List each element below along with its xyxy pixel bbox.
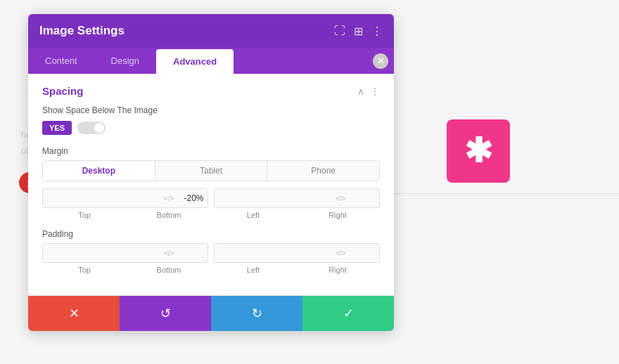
padding-top-code-icon[interactable]: </> — [160, 244, 178, 262]
device-tab-tablet[interactable]: Tablet — [155, 161, 268, 181]
cancel-icon: ✕ — [69, 306, 79, 321]
yes-toggle-button[interactable]: YES — [42, 121, 72, 135]
margin-bottom-input[interactable] — [178, 189, 208, 207]
padding-right-input[interactable] — [350, 244, 380, 262]
padding-top-label: Top — [42, 266, 127, 274]
image-settings-modal: Image Settings ⛶ ⊞ ⋮ Content Design Adva… — [28, 14, 394, 331]
margin-top-input[interactable] — [43, 189, 160, 207]
undo-icon: ↺ — [160, 306, 171, 321]
section-header-icons: ∧ ⋮ — [357, 86, 380, 97]
pink-asterisk-box: ✱ — [447, 119, 510, 183]
padding-left-input[interactable] — [215, 244, 331, 262]
tab-design[interactable]: Design — [94, 48, 156, 73]
margin-left-right-labels: Left Right — [211, 211, 380, 219]
padding-top-bottom-pair: </> </> — [42, 243, 208, 263]
margin-top-bottom-labels: Top Bottom — [42, 211, 211, 219]
toggle-row: YES — [42, 121, 380, 135]
margin-left-code-icon[interactable]: </> — [331, 189, 350, 207]
chevron-up-icon[interactable]: ∧ — [357, 86, 364, 97]
margin-left-input[interactable] — [215, 189, 331, 207]
device-tabs: Desktop Tablet Phone — [42, 160, 380, 181]
padding-label: Padding — [42, 229, 380, 239]
margin-top-code-icon[interactable]: </> — [160, 189, 178, 207]
section-title: Spacing — [42, 85, 83, 97]
cancel-button[interactable]: ✕ — [28, 296, 120, 331]
page-wrapper: here. ollicit ✱ 1 2 Image Settings ⛶ ⊞ ⋮… — [0, 0, 619, 364]
top-label: Top — [42, 211, 127, 219]
margin-label-row: Margin — [42, 146, 380, 156]
fullscreen-icon[interactable]: ⛶ — [334, 25, 345, 37]
padding-top-input[interactable] — [43, 244, 160, 262]
right-label: Right — [295, 211, 380, 219]
section-header: Spacing ∧ ⋮ — [42, 85, 380, 97]
modal-footer: ✕ ↺ ↻ ✓ — [28, 295, 394, 331]
toggle-thumb — [94, 123, 104, 133]
modal-header: Image Settings ⛶ ⊞ ⋮ — [28, 14, 394, 48]
margin-label: Margin — [42, 146, 68, 156]
padding-left-label: Left — [211, 266, 295, 274]
padding-bottom-label: Bottom — [127, 266, 211, 274]
padding-left-code-icon[interactable]: </> — [331, 244, 350, 262]
margin-top-bottom-pair: </> </> — [42, 188, 208, 208]
bottom-label: Bottom — [127, 211, 211, 219]
device-tab-desktop[interactable]: Desktop — [43, 161, 155, 181]
padding-bottom-input[interactable] — [178, 244, 208, 262]
tab-advanced[interactable]: Advanced — [156, 49, 234, 74]
background-divider — [394, 193, 619, 194]
padding-top-bottom-labels: Top Bottom — [42, 266, 211, 274]
padding-left-right-pair: </> </> — [214, 243, 380, 263]
modal-body: Spacing ∧ ⋮ Show Space Below The Image Y… — [28, 74, 394, 295]
save-button[interactable]: ✓ — [302, 296, 394, 331]
grid-icon[interactable]: ⊞ — [354, 25, 363, 38]
asterisk-symbol: ✱ — [464, 134, 492, 168]
toggle-track[interactable] — [77, 122, 106, 134]
more-icon[interactable]: ⋮ — [371, 25, 383, 38]
save-icon: ✓ — [343, 306, 354, 321]
tab-close-button[interactable]: ✕ — [373, 53, 388, 69]
section-more-icon[interactable]: ⋮ — [370, 86, 380, 97]
undo-button[interactable]: ↺ — [120, 296, 211, 331]
margin-left-right-pair: </> </> — [214, 188, 380, 208]
padding-right-label: Right — [295, 266, 380, 274]
padding-labels-row: Top Bottom Left Right — [42, 266, 380, 274]
redo-button[interactable]: ↻ — [211, 296, 302, 331]
device-tab-phone[interactable]: Phone — [267, 161, 379, 181]
redo-icon: ↻ — [252, 306, 262, 321]
padding-left-right-labels: Left Right — [211, 266, 380, 274]
left-label: Left — [211, 211, 295, 219]
tab-content[interactable]: Content — [28, 48, 94, 73]
show-space-label: Show Space Below The Image — [42, 105, 380, 115]
modal-title: Image Settings — [39, 24, 125, 38]
margin-labels-row: Top Bottom Left Right — [42, 211, 380, 219]
modal-tabs: Content Design Advanced ✕ — [28, 48, 394, 74]
header-icons: ⛶ ⊞ ⋮ — [334, 25, 383, 38]
margin-inputs-row: </> </> </> </> — [42, 188, 380, 208]
margin-right-input[interactable] — [350, 189, 380, 207]
padding-inputs-row: </> </> </> </> — [42, 243, 380, 263]
